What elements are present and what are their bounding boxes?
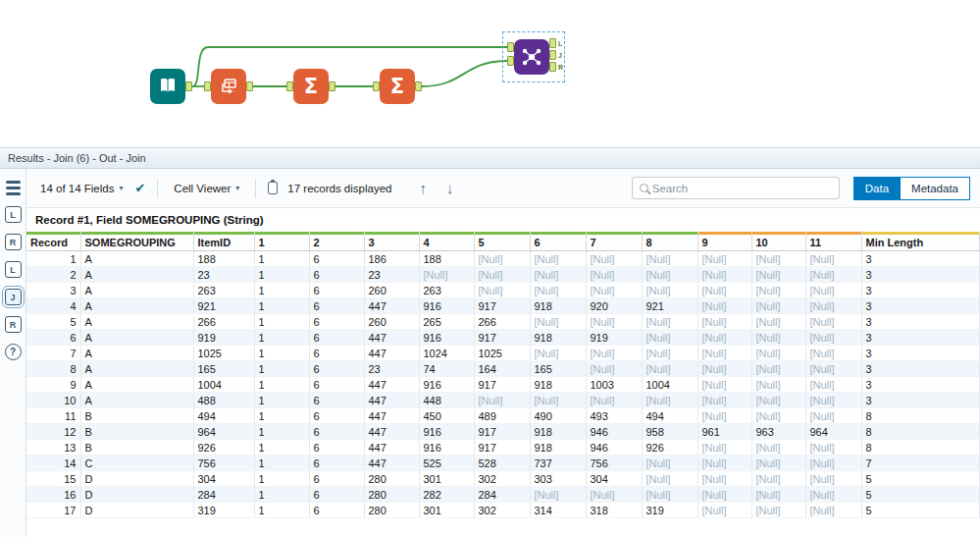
- cell[interactable]: 1003: [586, 377, 642, 393]
- cell[interactable]: 964: [805, 424, 861, 440]
- join-tool[interactable]: [514, 39, 549, 75]
- cell[interactable]: 737: [530, 456, 586, 471]
- cell[interactable]: 1: [254, 298, 309, 314]
- cell[interactable]: 1: [254, 251, 309, 267]
- cell[interactable]: 6: [309, 440, 364, 456]
- output-anchor[interactable]: [415, 81, 422, 91]
- cell[interactable]: [Null]: [642, 393, 697, 408]
- cell[interactable]: 3: [861, 361, 980, 377]
- cell[interactable]: 14: [26, 456, 80, 471]
- cell[interactable]: [Null]: [642, 456, 697, 471]
- cell[interactable]: 916: [419, 330, 474, 346]
- help-icon[interactable]: ?: [5, 344, 22, 360]
- cell[interactable]: 918: [530, 440, 586, 456]
- column-header-somegrouping[interactable]: SOMEGROUPING: [80, 232, 193, 251]
- cell[interactable]: A: [80, 298, 193, 314]
- cell[interactable]: [Null]: [530, 251, 586, 267]
- cell[interactable]: 6: [309, 251, 364, 267]
- cell[interactable]: 10: [26, 393, 80, 408]
- cell[interactable]: 528: [474, 456, 530, 471]
- cell[interactable]: 919: [586, 330, 642, 346]
- anchor-view-input-right[interactable]: R: [5, 234, 22, 250]
- cell[interactable]: [Null]: [751, 314, 805, 330]
- cell[interactable]: [Null]: [419, 267, 474, 283]
- table-row[interactable]: 1A18816186188[Null][Null][Null][Null][Nu…: [26, 251, 980, 267]
- cell[interactable]: 6: [309, 503, 364, 518]
- cell[interactable]: 266: [474, 314, 530, 330]
- cell[interactable]: 447: [364, 393, 419, 408]
- join-right-output-anchor[interactable]: [549, 62, 556, 72]
- cell[interactable]: 284: [474, 487, 530, 503]
- table-row[interactable]: 10A48816447448[Null][Null][Null][Null][N…: [26, 393, 980, 408]
- cell[interactable]: 946: [586, 440, 642, 456]
- input-anchor[interactable]: [286, 81, 293, 91]
- cell[interactable]: [Null]: [530, 487, 586, 503]
- cell[interactable]: 303: [530, 471, 586, 487]
- cell[interactable]: 260: [364, 283, 419, 298]
- cell[interactable]: [Null]: [697, 283, 751, 298]
- cell[interactable]: 3: [861, 314, 980, 330]
- cell[interactable]: B: [80, 408, 193, 424]
- cell[interactable]: 918: [530, 377, 586, 393]
- cell[interactable]: 447: [364, 408, 419, 424]
- cell[interactable]: 489: [474, 408, 530, 424]
- cell[interactable]: 5: [861, 503, 980, 518]
- check-icon[interactable]: ✔: [134, 181, 145, 195]
- cell[interactable]: 1: [254, 267, 309, 283]
- cell[interactable]: [Null]: [697, 471, 751, 487]
- cell[interactable]: 6: [309, 346, 364, 361]
- cell-viewer-dropdown[interactable]: Cell Viewer ▾: [170, 180, 243, 197]
- cell[interactable]: [Null]: [642, 267, 697, 283]
- cell[interactable]: [Null]: [751, 393, 805, 408]
- input-anchor[interactable]: [204, 81, 211, 91]
- cell[interactable]: 917: [474, 330, 530, 346]
- cell[interactable]: 916: [419, 440, 474, 456]
- output-anchor[interactable]: [246, 81, 253, 91]
- cell[interactable]: [Null]: [751, 330, 805, 346]
- cell[interactable]: [Null]: [697, 456, 751, 471]
- cell[interactable]: 304: [586, 471, 642, 487]
- column-header-9[interactable]: 9: [697, 232, 751, 251]
- column-header-4[interactable]: 4: [419, 232, 474, 251]
- cell[interactable]: 916: [419, 424, 474, 440]
- cell[interactable]: 3: [861, 298, 980, 314]
- cell[interactable]: 6: [309, 408, 364, 424]
- input-data-tool[interactable]: [150, 69, 185, 104]
- cell[interactable]: 12: [26, 424, 80, 440]
- cell[interactable]: A: [80, 314, 193, 330]
- cell[interactable]: [Null]: [530, 393, 586, 408]
- cell[interactable]: 917: [474, 424, 530, 440]
- cell[interactable]: 1: [254, 456, 309, 471]
- cell[interactable]: 447: [364, 456, 419, 471]
- cell[interactable]: 918: [530, 424, 586, 440]
- cell[interactable]: [Null]: [751, 456, 805, 471]
- cell[interactable]: 6: [309, 393, 364, 408]
- cell[interactable]: [Null]: [751, 377, 805, 393]
- cell[interactable]: 280: [364, 503, 419, 518]
- table-row[interactable]: 15D30416280301302303304[Null][Null][Null…: [26, 471, 980, 487]
- cell[interactable]: 1: [254, 440, 309, 456]
- cell[interactable]: 304: [193, 471, 254, 487]
- table-row[interactable]: 12B964164479169179189469589619639648: [26, 424, 980, 440]
- output-anchor[interactable]: [329, 81, 335, 91]
- cell[interactable]: 490: [530, 408, 586, 424]
- cell[interactable]: 963: [751, 424, 805, 440]
- anchor-view-input-left[interactable]: L: [5, 206, 22, 223]
- cell[interactable]: 3: [861, 346, 980, 361]
- table-row[interactable]: 5A26616260265266[Null][Null][Null][Null]…: [26, 314, 980, 330]
- cell[interactable]: 1: [254, 377, 309, 393]
- fields-dropdown[interactable]: 14 of 14 Fields ▾: [36, 180, 127, 197]
- cell[interactable]: 263: [419, 283, 474, 298]
- cell[interactable]: 301: [419, 503, 474, 518]
- cell[interactable]: [Null]: [805, 408, 861, 424]
- cell[interactable]: [Null]: [642, 487, 697, 503]
- cell[interactable]: 263: [193, 283, 254, 298]
- cell[interactable]: [Null]: [751, 267, 805, 283]
- cell[interactable]: [Null]: [697, 346, 751, 361]
- cell[interactable]: 494: [642, 408, 697, 424]
- cell[interactable]: [Null]: [751, 408, 805, 424]
- cell[interactable]: [Null]: [530, 346, 586, 361]
- cell[interactable]: [Null]: [697, 267, 751, 283]
- cell[interactable]: 1: [254, 424, 309, 440]
- cell[interactable]: 946: [586, 424, 642, 440]
